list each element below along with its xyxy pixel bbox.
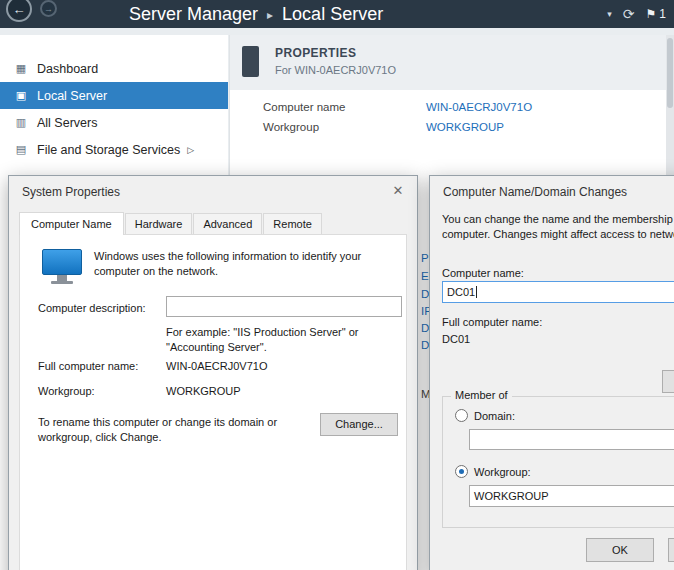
computer-name-input[interactable]: DC01 bbox=[442, 281, 674, 303]
breadcrumb-separator-icon: ▸ bbox=[267, 8, 273, 22]
rename-hint-text: To rename this computer or change its do… bbox=[38, 415, 310, 445]
text-caret bbox=[476, 286, 477, 298]
sidebar-item-dashboard[interactable]: ▦ Dashboard bbox=[0, 55, 228, 82]
sidebar-item-label: Dashboard bbox=[37, 62, 98, 76]
workgroup-value: WORKGROUP bbox=[166, 384, 241, 399]
change-button[interactable]: Change... bbox=[320, 413, 398, 436]
title-bar: ← → Server Manager ▸ Local Server ▾ ⟳ ⚑ … bbox=[0, 0, 674, 28]
notification-count: 1 bbox=[659, 7, 666, 21]
titlebar-actions: ▾ ⟳ ⚑ 1 bbox=[607, 0, 666, 28]
properties-tile-header: PROPERTIES For WIN-0AECRJ0V71O bbox=[230, 35, 666, 90]
refresh-icon[interactable]: ⟳ bbox=[623, 6, 635, 22]
tab-remote[interactable]: Remote bbox=[263, 213, 322, 234]
notifications-flag[interactable]: ⚑ 1 bbox=[646, 7, 666, 21]
intro-text-line1: You can change the name and the membersh… bbox=[442, 212, 674, 227]
cancel-button-clipped[interactable] bbox=[668, 538, 674, 562]
sidebar-item-all-servers[interactable]: ▥ All Servers bbox=[0, 109, 228, 136]
domain-radio[interactable]: Domain: bbox=[455, 409, 515, 422]
intro-text-line2: computer. Changes might affect access to… bbox=[442, 227, 674, 242]
storage-icon: ▤ bbox=[13, 143, 29, 156]
workgroup-input-value: WORKGROUP bbox=[474, 490, 549, 502]
more-button-clipped[interactable] bbox=[662, 370, 674, 393]
back-arrow-icon: ← bbox=[13, 2, 26, 17]
sidebar-item-label: All Servers bbox=[37, 116, 97, 130]
properties-title: PROPERTIES bbox=[275, 46, 356, 60]
dialog-title: Computer Name/Domain Changes bbox=[443, 185, 627, 199]
tab-computer-name[interactable]: Computer Name bbox=[19, 212, 124, 235]
workgroup-radio-label: Workgroup: bbox=[474, 466, 531, 478]
back-button[interactable]: ← bbox=[6, 0, 32, 22]
computer-name-label: Computer name: bbox=[442, 266, 524, 281]
breadcrumb: Server Manager ▸ Local Server bbox=[129, 0, 383, 28]
full-computer-name-value: WIN-0AECRJ0V71O bbox=[166, 359, 267, 374]
tab-hardware[interactable]: Hardware bbox=[125, 213, 193, 234]
server-manager-window: ← → Server Manager ▸ Local Server ▾ ⟳ ⚑ … bbox=[0, 0, 674, 570]
dialog-title: System Properties bbox=[22, 185, 120, 199]
computer-name-input-value: DC01 bbox=[447, 286, 475, 298]
dashboard-icon: ▦ bbox=[13, 62, 29, 75]
sidebar-item-file-storage-services[interactable]: ▤ File and Storage Services ▷ bbox=[0, 136, 228, 163]
domain-input[interactable] bbox=[469, 429, 674, 450]
example-text: For example: "IIS Production Server" or … bbox=[166, 325, 378, 355]
servers-icon: ▥ bbox=[13, 116, 29, 129]
monitor-icon bbox=[40, 249, 84, 289]
breadcrumb-current-page: Local Server bbox=[282, 4, 383, 25]
expand-triangle-icon[interactable]: ▷ bbox=[187, 145, 194, 155]
workgroup-input[interactable]: WORKGROUP bbox=[469, 485, 674, 507]
property-label: Computer name bbox=[263, 101, 345, 113]
workgroup-link[interactable]: WORKGROUP bbox=[426, 121, 504, 133]
member-of-label: Member of bbox=[451, 389, 512, 401]
properties-subtitle: For WIN-0AECRJ0V71O bbox=[275, 64, 396, 76]
domain-radio-label: Domain: bbox=[474, 410, 515, 422]
system-properties-dialog: System Properties ✕ Computer Name Hardwa… bbox=[8, 175, 418, 570]
radio-selected-icon bbox=[455, 465, 468, 478]
tab-advanced[interactable]: Advanced bbox=[193, 213, 262, 234]
workgroup-label: Workgroup: bbox=[38, 384, 95, 399]
computer-description-label: Computer description: bbox=[38, 301, 146, 316]
member-of-group: Member of Domain: Workgroup: WORKGROUP bbox=[442, 396, 674, 528]
full-computer-name-value: DC01 bbox=[442, 332, 470, 347]
computer-name-domain-changes-dialog: Computer Name/Domain Changes You can cha… bbox=[429, 175, 674, 570]
radio-unselected-icon bbox=[455, 409, 468, 422]
full-computer-name-label: Full computer name: bbox=[442, 315, 542, 330]
forward-arrow-icon: → bbox=[44, 4, 53, 14]
full-computer-name-label: Full computer name: bbox=[38, 359, 138, 374]
forward-button[interactable]: → bbox=[40, 0, 57, 17]
sidebar-item-local-server[interactable]: ▣ Local Server bbox=[0, 82, 228, 109]
chevron-down-icon[interactable]: ▾ bbox=[607, 9, 612, 19]
ok-button[interactable]: OK bbox=[586, 538, 654, 562]
app-title: Server Manager bbox=[129, 4, 258, 25]
computer-description-input[interactable] bbox=[166, 296, 402, 317]
workgroup-radio[interactable]: Workgroup: bbox=[455, 465, 531, 478]
close-icon[interactable]: ✕ bbox=[385, 180, 411, 202]
sidebar-item-label: Local Server bbox=[37, 89, 107, 103]
sidebar-item-label: File and Storage Services bbox=[37, 143, 180, 157]
computer-name-tab-page: Windows uses the following information t… bbox=[19, 234, 407, 570]
properties-tile-icon bbox=[242, 46, 259, 77]
tab-strip: Computer Name Hardware Advanced Remote bbox=[19, 212, 323, 234]
intro-text: Windows uses the following information t… bbox=[94, 249, 404, 279]
scrollbar-thumb[interactable] bbox=[667, 38, 673, 108]
property-label: Workgroup bbox=[263, 121, 319, 133]
computer-name-link[interactable]: WIN-0AECRJ0V71O bbox=[426, 101, 532, 113]
flag-icon: ⚑ bbox=[646, 7, 657, 21]
server-icon: ▣ bbox=[13, 89, 29, 102]
